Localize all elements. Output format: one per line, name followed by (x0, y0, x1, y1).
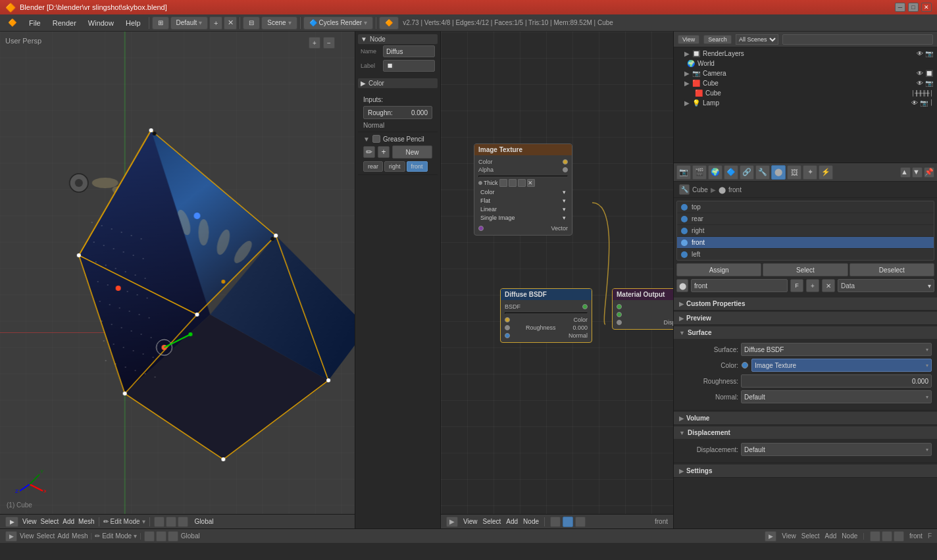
viewport-mesh-menu[interactable]: Mesh (78, 518, 94, 525)
status-view-menu[interactable]: View (20, 532, 34, 540)
maximize-btn[interactable]: □ (908, 3, 919, 12)
menu-render[interactable]: Render (47, 18, 82, 28)
scene-icon-btn[interactable]: ⊟ (243, 16, 260, 30)
breadcrumb-cube[interactable]: Cube (692, 186, 708, 193)
title-bar-controls[interactable]: ─ □ ✕ (895, 3, 932, 12)
node-editor-mode-icon[interactable]: ▶ (446, 517, 458, 527)
status-global[interactable]: Global (181, 532, 200, 540)
deselect-btn[interactable]: Deselect (849, 263, 934, 276)
prop-physics-icon[interactable]: ⚡ (819, 165, 833, 180)
outliner-world[interactable]: 🌍 World (674, 59, 937, 68)
node-select-menu[interactable]: Select (483, 518, 501, 525)
custom-props-header[interactable]: ▶ Custom Properties (674, 297, 937, 310)
prop-world-icon[interactable]: 🌍 (708, 165, 722, 180)
global-label[interactable]: Global (195, 518, 214, 525)
outliner-lamp[interactable]: ▶ 💡 Lamp 👁 📷 │ (674, 98, 937, 108)
render-icon-camera[interactable]: 🔲 (925, 70, 933, 77)
color-value[interactable]: Image Texture ▾ (751, 359, 932, 372)
diffuse-bsdf-node[interactable]: Diffuse BSDF BSDF Color (500, 288, 592, 343)
vp-icon2[interactable] (166, 517, 176, 527)
mat-item-right[interactable]: right (677, 225, 934, 237)
status-mesh-menu[interactable]: Mesh (72, 532, 88, 540)
node-name-value[interactable]: Diffus (383, 45, 435, 57)
outliner-scene-select[interactable]: All Scenes (736, 34, 778, 45)
mat-x-btn[interactable]: ✕ (822, 279, 835, 292)
prop-icons-row[interactable]: 🔧 (679, 184, 690, 195)
it-single-field[interactable]: Single Image ▾ (478, 214, 568, 222)
it-color-field[interactable]: Color ▾ (478, 188, 568, 196)
viewport-mode-icon[interactable]: ▶ (5, 517, 18, 527)
status-mode-icon[interactable]: ▶ (5, 531, 17, 542)
assign-btn[interactable]: Assign (676, 263, 761, 276)
it-flat-field[interactable]: Flat ▾ (478, 197, 568, 205)
viewport-add-menu[interactable]: Add (63, 518, 74, 525)
color-socket-indicator[interactable] (741, 359, 749, 372)
mat-tab-front[interactable]: front (407, 161, 428, 172)
prop-particles-icon[interactable]: ✦ (803, 165, 817, 180)
prop-constraint-icon[interactable]: 🔗 (740, 165, 754, 180)
edit-mode-selector[interactable]: ✏ Edit Mode ▾ (103, 518, 145, 525)
menu-window[interactable]: Window (83, 18, 119, 28)
render-icon-renderlayers[interactable]: 📷 (925, 50, 933, 57)
it-ctrl2[interactable] (509, 179, 517, 187)
outliner-search-input[interactable] (782, 34, 933, 45)
it-linear-field[interactable]: Linear ▾ (478, 205, 568, 213)
outliner-search-btn[interactable]: Search (703, 35, 732, 44)
status-right-icon3[interactable] (894, 531, 904, 542)
mat-f-btn[interactable]: F (790, 279, 803, 292)
outliner-cube[interactable]: ▶ 🟥 Cube 👁 📷 (674, 78, 937, 88)
node-node-menu[interactable]: Node (523, 518, 539, 525)
normal-value[interactable]: Default ▾ (741, 390, 932, 403)
status-right-mode-icon[interactable]: ▶ (765, 531, 776, 542)
status-select-menu[interactable]: Select (37, 532, 55, 540)
render-engine-btn[interactable]: 🔷 Cycles Render ▾ (303, 16, 374, 30)
viewport-zoom-in[interactable]: + (309, 37, 320, 49)
viewport[interactable]: User Persp + − X Y Z (1) Cube ▶ View Sel… (0, 32, 355, 528)
prop-scene-icon[interactable]: 🎬 (692, 165, 707, 180)
it-alpha-socket[interactable] (563, 167, 568, 172)
outliner-view-btn[interactable]: View (678, 35, 699, 44)
preview-header[interactable]: ▶ Preview (674, 312, 937, 324)
viewport-zoom-out[interactable]: − (323, 37, 335, 49)
prop-render-icon[interactable]: 📷 (676, 165, 691, 180)
image-texture-node[interactable]: Image Texture Color Alpha (474, 143, 572, 236)
node-add-menu[interactable]: Add (506, 518, 518, 525)
prop-texture-icon[interactable]: 🖼 (787, 165, 801, 180)
render-icon-lamp[interactable]: 📷 (920, 99, 928, 107)
mat-tab-right[interactable]: right (384, 161, 405, 172)
gp-plus-btn[interactable]: + (378, 146, 390, 158)
mat-item-left[interactable]: left (677, 249, 934, 260)
db-rough-socket[interactable] (505, 325, 510, 330)
outliner-renderlayers[interactable]: ▶ 🔲 RenderLayers 👁 📷 (674, 49, 937, 59)
mat-item-top[interactable]: top (677, 201, 934, 213)
displacement-header[interactable]: ▼ Displacement (674, 426, 937, 439)
status-right-node[interactable]: Node (842, 532, 857, 540)
ne-icon1[interactable] (550, 517, 561, 527)
gp-checkbox[interactable] (372, 135, 380, 143)
mat-item-rear[interactable]: rear (677, 213, 934, 225)
it-ctrl4[interactable]: ✕ (527, 179, 535, 187)
status-right-icon2[interactable] (882, 531, 892, 542)
it-vector-socket[interactable] (478, 226, 484, 231)
scene-name[interactable]: Scene ▾ (261, 16, 297, 30)
prop-object-icon[interactable]: 🔷 (724, 165, 738, 180)
blender-icon-btn[interactable]: 🔶 (379, 16, 399, 30)
status-icon2[interactable] (156, 531, 166, 542)
status-editmode[interactable]: ✏ Edit Mode ▾ (95, 532, 137, 540)
mat-sphere-icon[interactable]: ⬤ (676, 279, 688, 292)
eye-icon-renderlayers[interactable]: 👁 (917, 50, 923, 57)
menu-file[interactable]: File (24, 18, 46, 28)
status-icon3[interactable] (168, 531, 178, 542)
status-right-select[interactable]: Select (801, 532, 820, 540)
displacement-value[interactable]: Default ▾ (741, 443, 932, 456)
prop-scroll-down[interactable]: ▼ (912, 167, 923, 178)
select-btn[interactable]: Select (763, 263, 848, 276)
mo-volume-socket[interactable] (617, 312, 622, 317)
status-right-add[interactable]: Add (825, 532, 837, 540)
outliner-cube-data[interactable]: 🟥 Cube │╫╫╫╫│ (674, 88, 937, 98)
color-prop-header[interactable]: ▶ Color (358, 78, 438, 88)
viewport-view-menu[interactable]: View (22, 518, 37, 525)
gp-new-btn[interactable]: New (392, 145, 432, 159)
it-ctrl3[interactable] (518, 179, 526, 187)
volume-header[interactable]: ▶ Volume (674, 412, 937, 424)
